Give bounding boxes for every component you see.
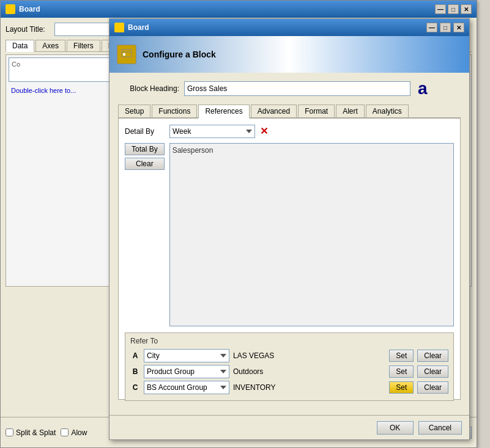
refer-set-btn-a[interactable]: Set: [389, 350, 414, 362]
bg-titlebar-icon: [6, 4, 15, 14]
svg-rect-2: [123, 53, 125, 56]
dialog-titlebar-icon: [114, 23, 124, 32]
refer-value-b: Outdoors: [233, 367, 385, 376]
refer-select-b[interactable]: City Product Group BS Account Group: [144, 365, 229, 378]
bg-tab-axes[interactable]: Axes: [35, 40, 65, 51]
detail-by-label: Detail By: [125, 127, 165, 136]
dialog-body: Block Heading: a Setup Functions Referen…: [110, 73, 469, 411]
bg-tab-data[interactable]: Data: [6, 40, 34, 52]
tab-advanced[interactable]: Advanced: [251, 105, 297, 117]
split-splat-label: Split & Splat: [16, 428, 56, 437]
tab-alert[interactable]: Alert: [336, 105, 365, 117]
block-heading-label: Block Heading:: [118, 84, 179, 93]
layout-title-label: Layout Title:: [6, 25, 54, 34]
refer-value-a: LAS VEGAS: [233, 351, 385, 360]
tab-analytics[interactable]: Analytics: [366, 105, 409, 117]
heading-a-icon: a: [418, 79, 428, 98]
tabs-container: Setup Functions References Advanced Form…: [118, 105, 461, 400]
salesperson-list[interactable]: Salesperson: [169, 143, 454, 326]
tabs-row: Setup Functions References Advanced Form…: [118, 105, 461, 119]
refer-clear-btn-a[interactable]: Clear: [417, 350, 448, 362]
dialog-minimize-btn[interactable]: —: [426, 23, 437, 32]
bg-maximize-btn[interactable]: □: [448, 4, 459, 14]
dialog-footer: OK Cancel: [110, 415, 469, 439]
ok-button[interactable]: OK: [377, 421, 414, 435]
allow-checkbox[interactable]: [61, 428, 69, 436]
allow-label: Alow: [71, 428, 87, 437]
bg-tab-filters[interactable]: Filters: [67, 40, 100, 51]
split-splat-checkbox-row: Split & Splat: [6, 428, 56, 437]
refer-clear-btn-c[interactable]: Clear: [417, 381, 448, 394]
detail-by-select[interactable]: Week Month Quarter Year: [169, 125, 255, 138]
dialog-titlebar: Board — □ ✕: [110, 19, 469, 36]
refer-row-b: B City Product Group BS Account Group Ou…: [130, 365, 448, 378]
dialog-header: Configure a Block: [110, 36, 469, 73]
tab-functions[interactable]: Functions: [152, 105, 197, 117]
dialog-titlebar-left: Board: [114, 23, 149, 32]
refer-letter-b: B: [130, 367, 140, 376]
refer-row-a: A City Product Group BS Account Group LA…: [130, 349, 448, 362]
dialog-close-btn[interactable]: ✕: [453, 23, 464, 32]
refer-letter-a: A: [130, 351, 140, 360]
configure-block-icon: [117, 45, 136, 64]
refer-clear-btn-b[interactable]: Clear: [417, 365, 448, 378]
bg-close-btn[interactable]: ✕: [461, 4, 472, 14]
dialog-maximize-btn[interactable]: □: [440, 23, 451, 32]
detail-by-row: Detail By Week Month Quarter Year ✕: [125, 125, 454, 138]
tab-format[interactable]: Format: [298, 105, 335, 117]
refer-letter-c: C: [130, 383, 140, 392]
allow-checkbox-row: Alow: [61, 428, 87, 437]
clear-button[interactable]: Clear: [125, 158, 165, 170]
cancel-button[interactable]: Cancel: [418, 421, 462, 435]
refer-select-c[interactable]: City Product Group BS Account Group: [144, 381, 229, 394]
refer-to-title: Refer To: [130, 337, 448, 345]
configure-block-dialog: Board — □ ✕ Configure a Block Block Head…: [109, 18, 470, 440]
refer-select-a[interactable]: City Product Group BS Account Group: [144, 349, 229, 362]
total-by-button[interactable]: Total By: [125, 143, 165, 155]
block-heading-input[interactable]: [184, 81, 410, 96]
split-splat-checkbox[interactable]: [6, 428, 13, 436]
tab-content-references: Detail By Week Month Quarter Year ✕ Tota…: [118, 119, 461, 400]
bg-minimize-btn[interactable]: —: [435, 4, 446, 14]
refer-set-btn-b[interactable]: Set: [389, 365, 414, 378]
block-heading-row: Block Heading: a: [118, 79, 461, 98]
dialog-titlebar-controls: — □ ✕: [426, 23, 464, 32]
tab-setup[interactable]: Setup: [118, 105, 150, 117]
dialog-header-title: Configure a Block: [143, 50, 216, 59]
refer-value-c: INVENTORY: [233, 383, 385, 392]
detail-by-clear-icon[interactable]: ✕: [260, 127, 268, 136]
refer-to-section: Refer To A City Product Group BS Account…: [125, 332, 454, 401]
refer-set-btn-c[interactable]: Set: [389, 381, 414, 394]
bg-window-title: Board: [19, 5, 40, 13]
tab-references[interactable]: References: [198, 105, 249, 119]
action-buttons: Total By Clear: [125, 143, 165, 321]
bg-titlebar: Board — □ ✕: [1, 1, 477, 18]
dialog-title: Board: [128, 23, 149, 32]
refer-row-c: C City Product Group BS Account Group IN…: [130, 381, 448, 394]
list-item-salesperson: Salesperson: [173, 146, 213, 155]
